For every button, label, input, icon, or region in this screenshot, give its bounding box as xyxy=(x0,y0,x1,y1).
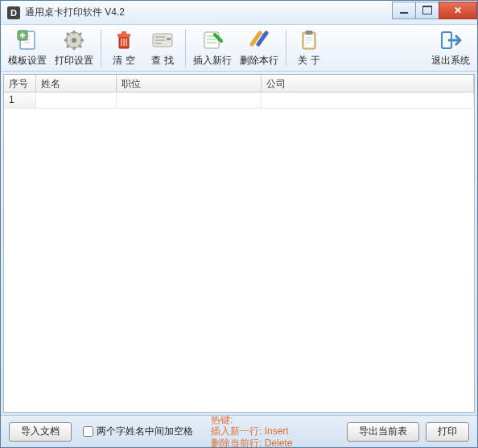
grid-header: 序号 姓名 职位 公司 xyxy=(4,75,474,92)
col-header-company[interactable]: 公司 xyxy=(262,75,474,92)
print-settings-button[interactable]: 打印设置 xyxy=(51,27,97,69)
svg-rect-8 xyxy=(155,36,165,38)
close-button[interactable] xyxy=(439,2,477,19)
toolbar: 模板设置 打印设置 清 空 查 找 插入新行 xyxy=(1,25,477,72)
app-window: D 通用桌卡打印软件 V4.2 模板设置 打印设置 清 空 xyxy=(0,0,478,448)
cell-name[interactable] xyxy=(36,92,117,108)
space-checkbox[interactable] xyxy=(83,426,93,437)
svg-rect-10 xyxy=(155,43,162,44)
svg-rect-15 xyxy=(304,35,314,47)
insert-row-button[interactable]: 插入新行 xyxy=(189,27,236,69)
cell-company[interactable] xyxy=(262,92,474,108)
space-checkbox-label[interactable]: 两个字姓名中间加空格 xyxy=(83,425,193,438)
svg-rect-11 xyxy=(167,38,171,40)
minimize-button[interactable] xyxy=(392,2,416,19)
page-plus-icon xyxy=(14,28,40,52)
data-grid: 序号 姓名 职位 公司 1 xyxy=(3,74,475,413)
export-button[interactable]: 导出当前表 xyxy=(347,422,419,442)
svg-rect-5 xyxy=(117,34,130,37)
exit-button[interactable]: 退出系统 xyxy=(427,27,474,69)
print-button[interactable]: 打印 xyxy=(426,422,469,442)
svg-rect-14 xyxy=(306,31,312,35)
trash-icon xyxy=(111,28,137,52)
find-button[interactable]: 查 找 xyxy=(143,27,182,69)
col-header-name[interactable]: 姓名 xyxy=(36,75,117,92)
svg-point-3 xyxy=(72,38,76,43)
grid-body[interactable]: 1 xyxy=(4,92,474,412)
titlebar: D 通用桌卡打印软件 V4.2 xyxy=(1,1,477,25)
toolbar-separator xyxy=(101,30,101,67)
svg-rect-6 xyxy=(122,31,126,34)
col-header-seq[interactable]: 序号 xyxy=(4,75,36,92)
exit-icon xyxy=(438,28,464,52)
window-controls xyxy=(393,2,477,19)
clear-button[interactable]: 清 空 xyxy=(105,27,143,69)
col-header-position[interactable]: 职位 xyxy=(117,75,262,92)
clipboard-icon xyxy=(296,28,322,52)
delete-row-button[interactable]: 删除本行 xyxy=(236,27,282,69)
delete-row-icon xyxy=(246,28,272,52)
toolbar-separator xyxy=(286,30,286,67)
space-checkbox-text: 两个字姓名中间加空格 xyxy=(97,425,193,438)
hotkey-hint: 热键: 插入新一行: Insert 删除当前行: Delete xyxy=(211,414,342,448)
svg-rect-9 xyxy=(155,39,165,41)
template-settings-button[interactable]: 模板设置 xyxy=(4,27,51,69)
toolbar-separator xyxy=(185,30,186,67)
insert-row-icon xyxy=(200,28,225,52)
window-title: 通用桌卡打印软件 V4.2 xyxy=(25,6,393,19)
maximize-button[interactable] xyxy=(415,2,439,19)
footer: 导入文档 两个字姓名中间加空格 热键: 插入新一行: Insert 删除当前行:… xyxy=(1,415,477,447)
cell-position[interactable] xyxy=(117,92,262,108)
search-form-icon xyxy=(150,28,175,52)
about-button[interactable]: 关 于 xyxy=(290,27,328,69)
footer-right-buttons: 导出当前表 打印 xyxy=(347,422,469,442)
app-icon: D xyxy=(7,6,20,19)
cell-seq: 1 xyxy=(4,92,36,108)
import-button[interactable]: 导入文档 xyxy=(9,422,72,442)
table-row[interactable]: 1 xyxy=(4,92,474,109)
gear-icon xyxy=(61,28,87,52)
